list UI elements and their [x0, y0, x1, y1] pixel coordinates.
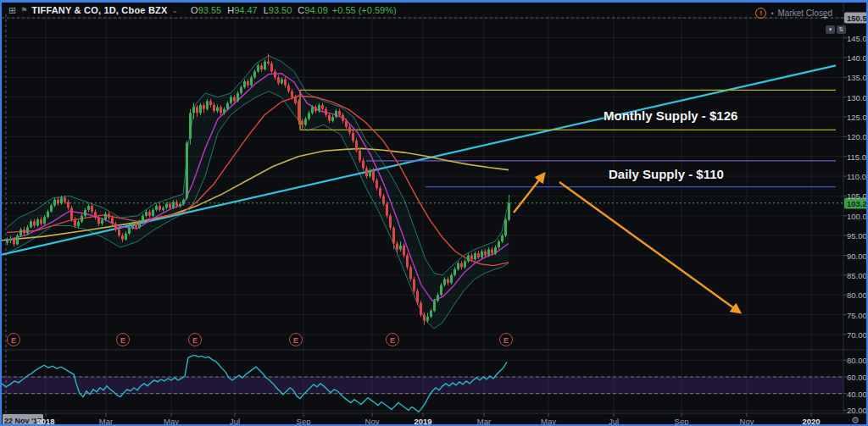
scale-updown-button[interactable]: ⇅ [837, 25, 846, 34]
price-axis-label: 70.00 [847, 329, 867, 339]
rsi-band [2, 377, 843, 394]
time-axis-label: Sep [675, 417, 689, 426]
change-readout: +0.55 (+0.59%) [332, 5, 397, 15]
flag-icon[interactable]: ⚑ [20, 6, 27, 14]
price-axis-label: 145.00 [847, 33, 868, 42]
time-axis-label: Jul [609, 417, 619, 426]
earnings-marker[interactable]: E [387, 334, 399, 346]
price-axis-label: 125.00 [847, 113, 868, 122]
svg-text:E: E [293, 336, 298, 345]
time-axis-label: May [541, 417, 556, 426]
time-axis-label: 2020 [802, 417, 820, 426]
time-axis-label: Mar [477, 417, 491, 426]
svg-text:E: E [390, 336, 395, 345]
symbol-title[interactable]: TIFFANY & CO, 1D, Cboe BZX [31, 5, 167, 15]
warning-icon[interactable]: ! [755, 8, 766, 19]
rsi-axis-label: 40.0000 [847, 389, 868, 398]
time-axis-label: 2019 [414, 417, 431, 426]
price-axis-label: 105.00 [847, 191, 868, 201]
monthly-supply-annotation[interactable]: Monthly Supply - $126 [604, 108, 737, 123]
monthly-supply-zone[interactable] [300, 90, 836, 130]
price-axis-label: 85.00 [847, 270, 867, 279]
price-axis-label: 135.00 [847, 73, 868, 82]
svg-text:E: E [120, 336, 125, 345]
grid-icon[interactable]: ⊞ [8, 5, 16, 16]
chart-canvas[interactable]: EEEEEE [2, 3, 868, 426]
rsi-axis-label: 20.0000 [847, 406, 868, 415]
price-axis-label: 75.00 [847, 310, 867, 319]
rsi-axis-label: 60.0000 [847, 373, 868, 382]
add-alert-plus-icon[interactable]: + [822, 12, 827, 22]
axis-settings-gear-icon[interactable]: ⚙ [851, 415, 860, 426]
svg-text:E: E [504, 336, 509, 345]
time-axis-label: Sep [297, 417, 311, 426]
earnings-marker[interactable]: E [290, 334, 303, 346]
time-axis-label: May [164, 417, 179, 426]
ma-50 [7, 96, 509, 265]
bollinger-bands [7, 56, 509, 329]
ohlc-value: H94.47 [227, 5, 257, 15]
price-axis-label: 120.00 [847, 132, 868, 141]
scale-down-button[interactable]: ▾ [826, 25, 835, 34]
daily-supply-annotation[interactable]: Daily Supply - $110 [609, 167, 724, 181]
ohlc-value: O93.55 [191, 5, 221, 15]
svg-text:E: E [11, 336, 16, 345]
chevron-down-icon[interactable]: ⌄ [172, 6, 179, 14]
grid [2, 14, 843, 412]
price-axis-label: 100.00 [847, 211, 868, 220]
earnings-marker[interactable]: E [117, 334, 130, 346]
earnings-marker[interactable]: E [500, 334, 513, 346]
time-axis-label: Nov [365, 417, 380, 426]
price-axis-label: 130.00 [847, 92, 868, 102]
down-arrow[interactable] [559, 182, 740, 313]
time-axis-label: 2018 [36, 417, 54, 426]
time-axis-label: Nov [740, 417, 754, 426]
price-axis-label: 90.00 [847, 251, 867, 260]
earnings-marker[interactable]: E [189, 334, 202, 346]
ohlc-value: L93.50 [264, 5, 292, 15]
rsi-axis-label: 80.0000 [847, 356, 868, 365]
up-arrow[interactable] [514, 174, 544, 213]
market-status: ! • Market Closed [755, 8, 832, 19]
time-axis-label: Jul [230, 417, 240, 426]
price-axis-label: 80.00 [847, 290, 867, 300]
time-axis-label: Mar [99, 417, 113, 426]
ohlc-value: C94.09 [298, 5, 327, 15]
price-axis-label: 115.00 [847, 152, 868, 161]
crosshair-price-label: 150.55 [844, 13, 868, 24]
earnings-marker[interactable]: E [8, 334, 20, 346]
ohlc-readout: O93.55H94.47L93.50C94.09 [191, 5, 328, 15]
price-axis-label: 110.00 [847, 172, 868, 181]
price-axis-label: 140.00 [847, 53, 868, 63]
svg-text:E: E [192, 336, 198, 345]
symbol-header: ⊞ ⚑ TIFFANY & CO, 1D, Cboe BZX ⌄ O93.55H… [8, 4, 397, 16]
status-dot-icon: • [771, 9, 773, 18]
price-axis-label: 95.00 [847, 231, 867, 241]
trendline[interactable] [2, 65, 836, 254]
chart-window: EEEEEE ⊞ ⚑ TIFFANY & CO, 1D, Cboe BZX ⌄ … [0, 0, 868, 426]
